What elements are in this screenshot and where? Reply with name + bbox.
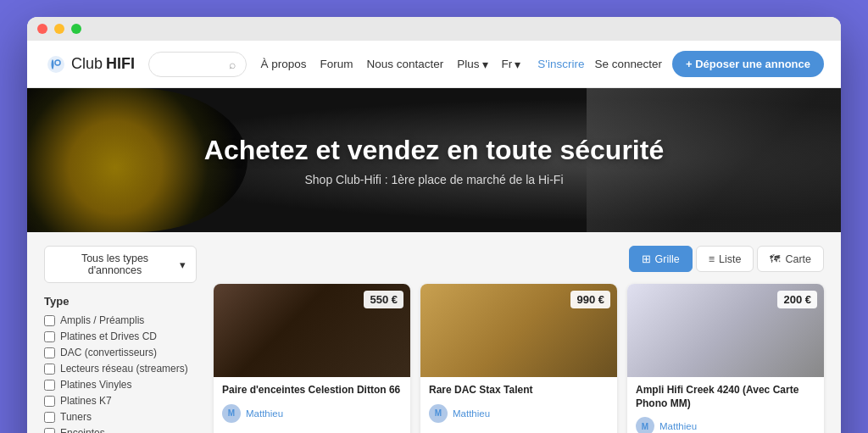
checkbox-item: Enceintes [44,427,197,433]
checkbox-label: Platines Vinyles [60,379,132,391]
login-link[interactable]: Se connecter [594,58,662,70]
avatar: M [222,404,241,423]
checkbox-item: Tuners [44,411,197,423]
product-image: 990 € [420,284,617,377]
filter-checkbox[interactable] [44,380,55,391]
product-info: Paire d'enceintes Celestion Ditton 66MMa… [214,377,410,430]
sidebar: Tous les types d'annonces ▾ Type Amplis … [44,246,197,433]
product-seller[interactable]: MMatthieu [429,404,609,423]
sidebar-type-label: Type [44,295,197,308]
search-icon: ⌕ [229,58,236,71]
product-title: Ampli Hifi Creek 4240 (Avec Carte Phono … [636,384,815,410]
map-icon: 🗺 [770,253,781,265]
checkbox-label: Platines K7 [60,395,112,407]
checkbox-label: Amplis / Préamplis [60,314,144,326]
nav-forum[interactable]: Forum [320,58,353,70]
view-toggle: ⊞ Grille ≡ Liste 🗺 Carte [214,246,824,272]
logo-icon [44,53,68,76]
list-icon: ≡ [709,253,715,265]
chevron-down-icon: ▾ [482,58,488,71]
product-image: 550 € [214,284,410,377]
nav-contact[interactable]: Nous contacter [367,58,444,70]
chevron-down-icon-lang: ▾ [515,58,520,71]
product-image: 200 € [627,284,824,377]
search-input[interactable] [159,58,224,70]
checkbox-label: DAC (convertisseurs) [60,347,157,358]
browser-window: ClubHIFI ⌕ À propos Forum Nous contacter… [27,17,841,433]
product-grid: 550 €Paire d'enceintes Celestion Ditton … [214,284,824,433]
product-card[interactable]: 200 €Ampli Hifi Creek 4240 (Avec Carte P… [627,284,824,433]
nav-auth: S'inscrire Se connecter + Déposer une an… [537,51,824,77]
avatar: M [429,404,448,423]
chevron-down-icon-filter: ▾ [180,258,186,271]
checkbox-item: DAC (convertisseurs) [44,347,197,358]
hero-content: Achetez et vendez en toute sécurité Shop… [204,135,664,186]
filter-checkbox[interactable] [44,396,55,407]
navbar: ClubHIFI ⌕ À propos Forum Nous contacter… [27,41,841,88]
nav-links: À propos Forum Nous contacter Plus ▾ Fr … [260,58,520,71]
carte-label: Carte [785,253,811,265]
product-info: Ampli Hifi Creek 4240 (Avec Carte Phono … [627,377,824,433]
type-filter-dropdown[interactable]: Tous les types d'annonces ▾ [44,246,197,283]
titlebar [27,17,841,41]
filter-checkbox[interactable] [44,364,55,375]
carte-view-button[interactable]: 🗺 Carte [757,246,824,272]
price-badge: 990 € [570,291,610,308]
price-badge: 200 € [777,291,817,308]
checkbox-label: Tuners [60,411,92,423]
logo-hifi-text: HIFI [106,55,135,73]
product-title: Paire d'enceintes Celestion Ditton 66 [222,384,402,397]
filter-bar: Tous les types d'annonces ▾ [44,246,197,283]
filter-checkbox[interactable] [44,331,55,342]
product-card[interactable]: 550 €Paire d'enceintes Celestion Ditton … [214,284,410,433]
checkbox-label: Enceintes [60,427,105,433]
seller-name: Matthieu [246,408,283,419]
product-info: Rare DAC Stax TalentMMatthieu [420,377,617,430]
filter-checkbox[interactable] [44,428,55,434]
liste-label: Liste [719,253,741,265]
post-ad-button[interactable]: + Déposer une annonce [672,51,824,77]
liste-view-button[interactable]: ≡ Liste [696,246,754,272]
main-section: Tous les types d'annonces ▾ Type Amplis … [27,232,841,433]
minimize-dot[interactable] [54,24,64,34]
logo-club-text: Club [71,55,103,73]
filter-dropdown-label: Tous les types d'annonces [55,253,175,276]
sidebar-checkbox-list: Amplis / PréamplisPlatines et Drives CDD… [44,314,197,433]
filter-checkbox[interactable] [44,347,55,358]
grid-icon: ⊞ [642,253,651,265]
grille-view-button[interactable]: ⊞ Grille [629,246,693,272]
nav-plus[interactable]: Plus ▾ [457,58,487,71]
filter-checkbox[interactable] [44,412,55,423]
logo[interactable]: ClubHIFI [44,53,135,76]
seller-name: Matthieu [659,421,697,431]
checkbox-item: Platines et Drives CD [44,330,197,342]
hero-subtitle: Shop Club-Hifi : 1ère place de marché de… [204,173,664,186]
hero-section: Achetez et vendez en toute sécurité Shop… [27,88,841,232]
sidebar-type-section: Type Amplis / PréamplisPlatines et Drive… [44,295,197,433]
checkbox-item: Amplis / Préamplis [44,314,197,326]
product-content: ⊞ Grille ≡ Liste 🗺 Carte 550 €Paire d'en… [214,246,824,433]
filter-checkbox[interactable] [44,315,55,326]
checkbox-item: Platines Vinyles [44,379,197,391]
seller-name: Matthieu [453,408,490,419]
checkbox-label: Lecteurs réseau (streamers) [60,363,188,375]
product-card[interactable]: 990 €Rare DAC Stax TalentMMatthieu [420,284,617,433]
nav-apropos[interactable]: À propos [260,58,306,70]
nav-lang[interactable]: Fr ▾ [502,58,521,71]
grille-label: Grille [655,253,680,265]
avatar: M [636,417,654,433]
product-title: Rare DAC Stax Talent [429,384,609,397]
checkbox-label: Platines et Drives CD [60,330,157,342]
maximize-dot[interactable] [71,24,81,34]
close-dot[interactable] [37,24,47,34]
checkbox-item: Lecteurs réseau (streamers) [44,363,197,375]
checkbox-item: Platines K7 [44,395,197,407]
product-seller[interactable]: MMatthieu [636,417,815,433]
hero-title: Achetez et vendez en toute sécurité [204,135,664,166]
price-badge: 550 € [364,291,403,308]
product-seller[interactable]: MMatthieu [222,404,402,423]
search-bar: ⌕ [148,52,247,77]
signin-link[interactable]: S'inscrire [537,58,584,70]
